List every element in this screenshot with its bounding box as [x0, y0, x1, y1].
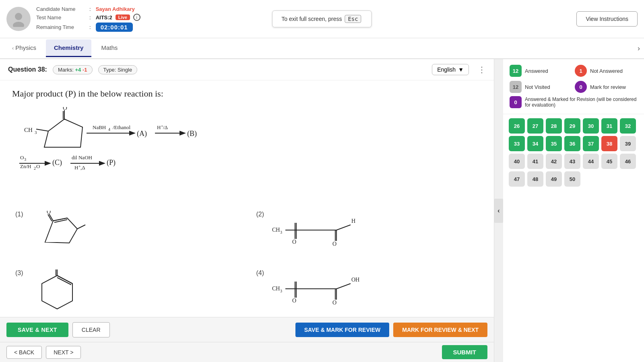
svg-marker-34: [45, 218, 77, 243]
question-num-btn-28[interactable]: 28: [546, 118, 562, 134]
question-num-btn-39[interactable]: 39: [620, 136, 636, 151]
answered-marked-badge: 0: [510, 96, 522, 108]
save-mark-review-button[interactable]: SAVE & MARK FOR REVIEW: [295, 323, 390, 337]
svg-text:O: O: [47, 211, 51, 215]
view-instructions-button[interactable]: View Instructions: [576, 11, 638, 27]
question-num-btn-50[interactable]: 50: [564, 171, 580, 187]
svg-text:(C): (C): [52, 158, 62, 167]
question-num-btn-34[interactable]: 34: [527, 136, 543, 151]
svg-marker-2: [44, 119, 83, 147]
question-num-btn-32[interactable]: 32: [620, 118, 636, 134]
main-content: Question 38: Marks: +4 -1 Type: Single E…: [0, 59, 644, 362]
next-button[interactable]: NEXT >: [46, 346, 81, 359]
question-num-btn-26[interactable]: 26: [509, 118, 525, 134]
question-num-btn-30[interactable]: 30: [583, 118, 599, 134]
timer-display: 02:00:01: [96, 23, 133, 32]
svg-text:O: O: [20, 154, 24, 160]
question-num-btn-41[interactable]: 41: [527, 154, 543, 169]
tab-physics[interactable]: ‹Physics: [4, 39, 44, 57]
legend-not-answered: 1 Not Answered: [575, 65, 638, 77]
option-4[interactable]: (4) CH 3 O OH: [253, 266, 482, 317]
nav-bar: < BACK NEXT > SUBMIT: [0, 342, 494, 362]
svg-text:(P): (P): [107, 158, 116, 167]
back-button[interactable]: < BACK: [6, 346, 42, 359]
option-2[interactable]: (2) CH 3 O H: [253, 208, 482, 262]
question-num-btn-45[interactable]: 45: [601, 154, 617, 169]
question-num-btn-36[interactable]: 36: [564, 136, 580, 151]
right-panel: 12 Answered 1 Not Answered 12 Not Visite…: [503, 59, 644, 362]
tab-maths[interactable]: Maths: [93, 39, 126, 57]
svg-text:3: 3: [24, 157, 26, 162]
question-num-btn-31[interactable]: 31: [601, 118, 617, 134]
question-num-btn-42[interactable]: 42: [546, 154, 562, 169]
question-header: Question 38: Marks: +4 -1 Type: Single E…: [0, 59, 494, 80]
option-1[interactable]: (1) O: [12, 208, 241, 262]
svg-text:Zn/H: Zn/H: [20, 163, 31, 169]
candidate-info: Candidate Name : Sayan Adhikary Test Nam…: [36, 6, 140, 32]
chevron-down-icon: ▼: [458, 66, 464, 73]
live-badge: Live: [116, 14, 130, 20]
tab-chemistry[interactable]: Chemistry: [46, 39, 91, 57]
question-num-btn-43[interactable]: 43: [564, 154, 580, 169]
question-body: Major product (P) in the below reaction …: [0, 80, 494, 317]
question-num-btn-47[interactable]: 47: [509, 171, 525, 187]
svg-marker-55: [42, 276, 72, 309]
svg-line-6: [36, 129, 48, 131]
legend-answered-marked: 0 Answered & Marked for Revision (will b…: [510, 96, 638, 108]
header: Candidate Name : Sayan Adhikary Test Nam…: [0, 0, 644, 38]
svg-text:H: H: [157, 124, 161, 130]
svg-line-56: [57, 276, 72, 284]
svg-text:O: O: [332, 241, 336, 247]
language-value: English: [437, 66, 456, 73]
question-num-btn-33[interactable]: 33: [509, 136, 525, 151]
options-grid: (1) O: [12, 208, 482, 317]
avatar: [6, 7, 31, 31]
svg-text:O: O: [292, 239, 296, 245]
type-badge: Type: Single: [98, 65, 138, 74]
save-next-button[interactable]: SAVE & NEXT: [6, 323, 68, 337]
legend-answered: 12 Answered: [510, 65, 572, 77]
svg-text:CH: CH: [272, 227, 280, 233]
more-options-icon[interactable]: ⋮: [478, 65, 486, 74]
tabs-right-arrow-icon[interactable]: ›: [638, 44, 640, 53]
panel-collapse-button[interactable]: ‹: [494, 199, 503, 223]
option-3[interactable]: (3) O: [12, 266, 241, 317]
legend-not-visited: 12 Not Visited: [510, 81, 572, 93]
esc-key: Esc: [345, 15, 361, 23]
question-num-btn-48[interactable]: 48: [527, 171, 543, 187]
question-num-btn-35[interactable]: 35: [546, 136, 562, 151]
question-num-btn-46[interactable]: 46: [620, 154, 636, 169]
question-panel: Question 38: Marks: +4 -1 Type: Single E…: [0, 59, 494, 362]
question-num-btn-40[interactable]: 40: [509, 154, 525, 169]
submit-button[interactable]: SUBMIT: [442, 345, 488, 359]
question-numbers-row: 2627282930313233343536373839404142434445…: [509, 118, 638, 187]
svg-text:(B): (B): [187, 130, 197, 138]
legend: 12 Answered 1 Not Answered 12 Not Visite…: [503, 59, 644, 114]
svg-text:(A): (A): [137, 130, 147, 138]
clear-button[interactable]: CLEAR: [72, 322, 110, 337]
option-3-structure: O: [29, 269, 85, 317]
mark-review-label: Mark for review: [590, 84, 626, 90]
svg-text:OH: OH: [351, 277, 359, 283]
question-num-btn-27[interactable]: 27: [527, 118, 543, 134]
svg-line-57: [57, 278, 71, 285]
candidate-name-label: Candidate Name: [36, 6, 85, 12]
mark-review-badge: 0: [575, 81, 587, 93]
svg-text:,Δ: ,Δ: [80, 165, 85, 171]
svg-text:/Δ: /Δ: [163, 124, 168, 130]
subject-tabs: ‹Physics Chemistry Maths ›: [0, 38, 644, 59]
question-num-btn-37[interactable]: 37: [583, 136, 599, 151]
language-selector[interactable]: English ▼: [432, 64, 469, 75]
info-icon[interactable]: i: [133, 14, 140, 21]
remaining-time-label: Remaining Time: [36, 24, 85, 30]
question-num-btn-44[interactable]: 44: [583, 154, 599, 169]
question-num-btn-49[interactable]: 49: [546, 171, 562, 187]
question-num-btn-38[interactable]: 38: [601, 136, 617, 151]
question-num-btn-29[interactable]: 29: [564, 118, 580, 134]
question-text: Major product (P) in the below reaction …: [12, 88, 482, 99]
option-1-structure: O: [29, 211, 93, 259]
svg-text:/Ethanol: /Ethanol: [113, 124, 130, 130]
not-answered-label: Not Answered: [590, 68, 623, 74]
mark-review-next-button[interactable]: MARK FOR REVIEW & NEXT: [393, 323, 487, 337]
candidate-name-value: Sayan Adhikary: [96, 6, 135, 12]
